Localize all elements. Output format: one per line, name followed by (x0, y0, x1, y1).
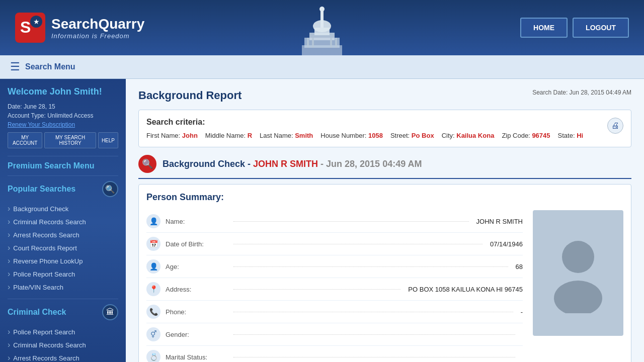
sidebar-divider-1 (8, 156, 118, 156)
sidebar: Welcome John Smith! Date: June 28, 15 Ac… (0, 79, 126, 362)
svg-rect-12 (312, 38, 314, 48)
age-icon: 👤 (146, 259, 160, 274)
criminal-check-title: Criminal Check (8, 308, 66, 317)
search-criteria-section: Search criteria: First Name: John Middle… (138, 110, 631, 147)
sidebar-divider-2 (8, 175, 118, 176)
age-value: 68 (516, 263, 523, 270)
sidebar-item-background-check[interactable]: Background Check (8, 202, 118, 215)
logout-button[interactable]: LOGOUT (573, 18, 629, 38)
sidebar-item-arrest-records[interactable]: Arrest Records Search (8, 228, 118, 241)
field-row-marital: 💍 Marital Status: (146, 346, 523, 362)
address-separator (233, 289, 400, 290)
search-criteria-title: Search criteria: (146, 118, 623, 127)
dob-label: Date of Birth: (166, 240, 226, 248)
phone-separator (233, 312, 513, 312)
criteria-state: State: Hi (558, 132, 584, 139)
name-label: Name: (166, 218, 226, 225)
sidebar-item-plate-vin[interactable]: Plate/VIN Search (8, 281, 118, 294)
bg-check-title: Background Check - JOHN R SMITH - Jun 28… (163, 159, 422, 169)
bg-check-header: 🔍 Background Check - JOHN R SMITH - Jun … (138, 155, 631, 179)
gender-icon: ⚥ (146, 327, 160, 341)
criminal-check-header: Criminal Check 🏛 (8, 304, 118, 320)
sidebar-item-court-records[interactable]: Court Records Report (8, 241, 118, 254)
logo-text-area: SearchQuarry Information is Freedom (51, 16, 144, 40)
help-button[interactable]: HELP (98, 132, 118, 148)
search-date: Search Date: Jun 28, 2015 04:49 AM (532, 89, 631, 96)
welcome-title: Welcome John Smith! (8, 86, 118, 97)
popular-searches-header: Popular Searches 🔍 (8, 181, 118, 197)
person-summary: Person Summary: 👤 Name: JOHN R SMITH 📅 D… (138, 184, 631, 362)
print-button[interactable]: 🖨 (607, 118, 623, 134)
field-row-phone: 📞 Phone: - (146, 301, 523, 323)
person-icon: 👤 (146, 214, 160, 228)
sidebar-item-criminal-records[interactable]: Criminal Records Search (8, 215, 118, 228)
gender-label: Gender: (166, 331, 226, 338)
criteria-street: Street: Po Box (390, 132, 434, 139)
criteria-middle-name: Middle Name: R (205, 132, 252, 139)
field-row-dob: 📅 Date of Birth: 07/14/1946 (146, 233, 523, 255)
sidebar-action-buttons: MY ACCOUNT MY SEARCH HISTORY HELP (8, 132, 118, 148)
marital-icon: 💍 (146, 350, 160, 362)
popular-searches-icon[interactable]: 🔍 (102, 181, 118, 197)
home-button[interactable]: HOME (520, 18, 568, 38)
age-separator (233, 266, 508, 267)
address-icon: 📍 (146, 282, 160, 296)
summary-fields: 👤 Name: JOHN R SMITH 📅 Date of Birth: 07… (146, 210, 523, 362)
svg-text:★: ★ (33, 18, 40, 26)
summary-body: 👤 Name: JOHN R SMITH 📅 Date of Birth: 07… (146, 210, 623, 362)
svg-rect-11 (307, 38, 309, 48)
criteria-zip: Zip Code: 96745 (502, 132, 550, 139)
logo-icon: S ★ (15, 13, 45, 43)
svg-text:S: S (20, 18, 31, 36)
renew-subscription-link[interactable]: Renew Your Subscription (8, 121, 118, 128)
criteria-city: City: Kailua Kona (442, 132, 495, 139)
criminal-check-icon[interactable]: 🏛 (102, 304, 118, 320)
field-row-address: 📍 Address: PO BOX 1058 KAILUA KONA HI 96… (146, 278, 523, 301)
logo-brand: SearchQuarry (51, 16, 144, 32)
logo-area: S ★ SearchQuarry Information is Freedom (15, 13, 144, 43)
hamburger-icon[interactable]: ☰ (10, 60, 20, 73)
sidebar-criminal-records[interactable]: Criminal Records Search (8, 338, 118, 351)
my-search-history-button[interactable]: MY SEARCH HISTORY (44, 132, 96, 148)
dob-separator (233, 244, 482, 244)
content-area: Background Report Search Date: Jun 28, 2… (126, 79, 644, 362)
search-menu-label: Search Menu (25, 62, 75, 71)
svg-point-16 (554, 281, 602, 313)
capitol-icon (299, 5, 345, 55)
address-value: PO BOX 1058 KAILUA KONA HI 96745 (408, 286, 523, 293)
phone-value: - (521, 308, 523, 316)
field-row-age: 👤 Age: 68 (146, 255, 523, 278)
svg-point-10 (319, 7, 325, 12)
phone-icon: 📞 (146, 305, 160, 319)
address-label: Address: (166, 286, 226, 293)
svg-rect-13 (330, 38, 332, 48)
header-buttons: HOME LOGOUT (520, 18, 629, 38)
bg-check-search-icon: 🔍 (138, 155, 156, 173)
header: S ★ SearchQuarry Information is Freedom (0, 0, 644, 55)
report-header: Background Report Search Date: Jun 28, 2… (138, 89, 631, 102)
sidebar-item-police-report[interactable]: Police Report Search (8, 267, 118, 281)
sidebar-item-reverse-phone[interactable]: Reverse Phone LookUp (8, 254, 118, 267)
svg-point-15 (562, 241, 594, 273)
report-title: Background Report (138, 89, 242, 102)
premium-menu-title: Premium Search Menu (8, 161, 118, 170)
sidebar-date: Date: June 28, 15 (8, 103, 118, 110)
main-layout: Welcome John Smith! Date: June 28, 15 Ac… (0, 79, 644, 362)
sidebar-criminal-police-report[interactable]: Police Report Search (8, 325, 118, 338)
svg-rect-9 (320, 10, 324, 28)
my-account-button[interactable]: MY ACCOUNT (8, 132, 42, 148)
avatar-container (533, 210, 623, 336)
sidebar-criminal-arrest-records[interactable]: Arrest Records Search (8, 351, 118, 362)
criminal-check-list: Police Report Search Criminal Records Se… (8, 325, 118, 362)
calendar-icon: 📅 (146, 237, 160, 251)
field-row-name: 👤 Name: JOHN R SMITH (146, 210, 523, 233)
sidebar-account-type: Account Type: Unlimited Access (8, 112, 118, 119)
field-row-gender: ⚥ Gender: (146, 323, 523, 346)
criteria-last-name: Last Name: Smith (260, 132, 313, 139)
popular-searches-list: Background Check Criminal Records Search… (8, 202, 118, 294)
dob-value: 07/14/1946 (490, 240, 523, 248)
logo-tagline: Information is Freedom (51, 32, 144, 40)
criteria-house-number: House Number: 1058 (320, 132, 383, 139)
name-separator (233, 221, 469, 222)
gender-separator (233, 334, 515, 335)
